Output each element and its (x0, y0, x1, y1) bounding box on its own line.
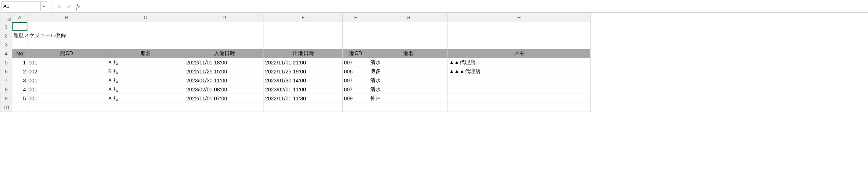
cell-port-name[interactable]: 清水 (369, 85, 448, 94)
name-box-input[interactable] (2, 1, 41, 11)
cell-A1[interactable] (12, 22, 27, 31)
cell-port-cd[interactable]: 007 (343, 85, 369, 94)
cell-no[interactable]: 5 (12, 94, 27, 103)
tbl-header-port-name[interactable]: 港名 (369, 49, 448, 58)
cell[interactable] (185, 103, 264, 112)
row-header[interactable]: 2 (0, 31, 12, 40)
cell[interactable] (27, 22, 106, 31)
cell[interactable] (369, 40, 448, 49)
tbl-header-arrival[interactable]: 入港日時 (185, 49, 264, 58)
cell[interactable] (369, 103, 448, 112)
cell-ship-name[interactable]: Ａ丸 (106, 94, 185, 103)
cell-arrival[interactable]: 2023/01/30 11:00 (185, 76, 264, 85)
cell[interactable] (106, 40, 185, 49)
row-header[interactable]: 10 (0, 103, 12, 112)
cell[interactable] (343, 40, 369, 49)
cell-port-cd[interactable]: 007 (343, 58, 369, 67)
row-header[interactable]: 4 (0, 49, 12, 58)
cell-ship-cd[interactable]: 001 (27, 76, 106, 85)
tbl-header-ship-cd[interactable]: 船CD (27, 49, 106, 58)
tbl-header-departure[interactable]: 出港日時 (264, 49, 343, 58)
tbl-header-no[interactable]: No (12, 49, 27, 58)
row-header[interactable]: 8 (0, 85, 12, 94)
cell-port-cd[interactable]: 009 (343, 94, 369, 103)
cell[interactable] (448, 31, 591, 40)
formula-input[interactable] (84, 1, 866, 11)
cell[interactable] (264, 22, 343, 31)
col-header[interactable]: B (27, 13, 106, 22)
cell-port-cd[interactable]: 007 (343, 76, 369, 85)
row-header[interactable]: 3 (0, 40, 12, 49)
cell-ship-name[interactable]: Ｂ丸 (106, 67, 185, 76)
cell-memo[interactable] (448, 94, 591, 103)
cell[interactable] (106, 103, 185, 112)
cell[interactable] (264, 103, 343, 112)
cell-ship-cd[interactable]: 001 (27, 58, 106, 67)
cell-memo[interactable] (448, 76, 591, 85)
tbl-header-port-cd[interactable]: 港CD (343, 49, 369, 58)
cell[interactable] (264, 31, 343, 40)
cell[interactable] (343, 31, 369, 40)
col-header[interactable]: H (448, 13, 591, 22)
cell-port-name[interactable]: 清水 (369, 76, 448, 85)
cell-ship-cd[interactable]: 001 (27, 94, 106, 103)
cell-arrival[interactable]: 2022/11/01 07:00 (185, 94, 264, 103)
select-all-corner[interactable] (0, 13, 12, 22)
cell-ship-name[interactable]: Ａ丸 (106, 76, 185, 85)
cell-ship-cd[interactable]: 001 (27, 85, 106, 94)
name-box[interactable] (2, 1, 47, 11)
cell-memo[interactable]: ▲▲▲代理店 (448, 67, 591, 76)
cell-no[interactable]: 3 (12, 76, 27, 85)
cell[interactable] (185, 40, 264, 49)
cell[interactable] (343, 103, 369, 112)
cell-arrival[interactable]: 2023/02/01 08:00 (185, 85, 264, 94)
cell-ship-cd[interactable]: 002 (27, 67, 106, 76)
cell[interactable] (448, 40, 591, 49)
row-header[interactable]: 7 (0, 76, 12, 85)
cell[interactable] (106, 22, 185, 31)
spreadsheet[interactable]: A B C D E F G H 1 2 運航スケジュール登録 (0, 13, 868, 112)
cell[interactable] (12, 40, 27, 49)
cell-departure[interactable]: 2022/11/25 19:00 (264, 67, 343, 76)
cancel-button[interactable] (55, 2, 63, 10)
cell-memo[interactable]: ▲▲代理店 (448, 58, 591, 67)
col-header[interactable]: E (264, 13, 343, 22)
row-header[interactable]: 1 (0, 22, 12, 31)
cell[interactable] (264, 40, 343, 49)
insert-function-button[interactable]: fx (75, 2, 83, 10)
row-header[interactable]: 6 (0, 67, 12, 76)
enter-button[interactable] (65, 2, 73, 10)
cell[interactable] (185, 22, 264, 31)
cell[interactable] (106, 31, 185, 40)
col-header[interactable]: A (12, 13, 27, 22)
cell[interactable] (12, 103, 27, 112)
col-header[interactable]: D (185, 13, 264, 22)
cell[interactable] (369, 31, 448, 40)
cell-port-name[interactable]: 神戸 (369, 94, 448, 103)
cell[interactable] (185, 31, 264, 40)
cell-arrival[interactable]: 2022/11/25 15:00 (185, 67, 264, 76)
cell-no[interactable]: 1 (12, 58, 27, 67)
cell-port-name[interactable]: 清水 (369, 58, 448, 67)
tbl-header-ship-name[interactable]: 船名 (106, 49, 185, 58)
cell-port-cd[interactable]: 006 (343, 67, 369, 76)
row-header[interactable]: 9 (0, 94, 12, 103)
cell-departure[interactable]: 2022/11/01 11:30 (264, 94, 343, 103)
cell-no[interactable]: 2 (12, 67, 27, 76)
cell-arrival[interactable]: 2022/11/01 18:00 (185, 58, 264, 67)
cell-ship-name[interactable]: Ａ丸 (106, 85, 185, 94)
cell-departure[interactable]: 2022/11/01 21:00 (264, 58, 343, 67)
cell[interactable] (343, 22, 369, 31)
row-header[interactable]: 5 (0, 58, 12, 67)
cell[interactable] (448, 103, 591, 112)
cell-departure[interactable]: 2023/02/01 11:00 (264, 85, 343, 94)
cell-no[interactable]: 4 (12, 85, 27, 94)
cell-memo[interactable] (448, 85, 591, 94)
sheet-title[interactable]: 運航スケジュール登録 (12, 31, 106, 40)
cell-departure[interactable]: 2023/01/30 14:00 (264, 76, 343, 85)
cell[interactable] (27, 40, 106, 49)
name-box-dropdown[interactable] (41, 1, 47, 11)
col-header[interactable]: C (106, 13, 185, 22)
tbl-header-memo[interactable]: メモ (448, 49, 591, 58)
cell-port-name[interactable]: 博多 (369, 67, 448, 76)
